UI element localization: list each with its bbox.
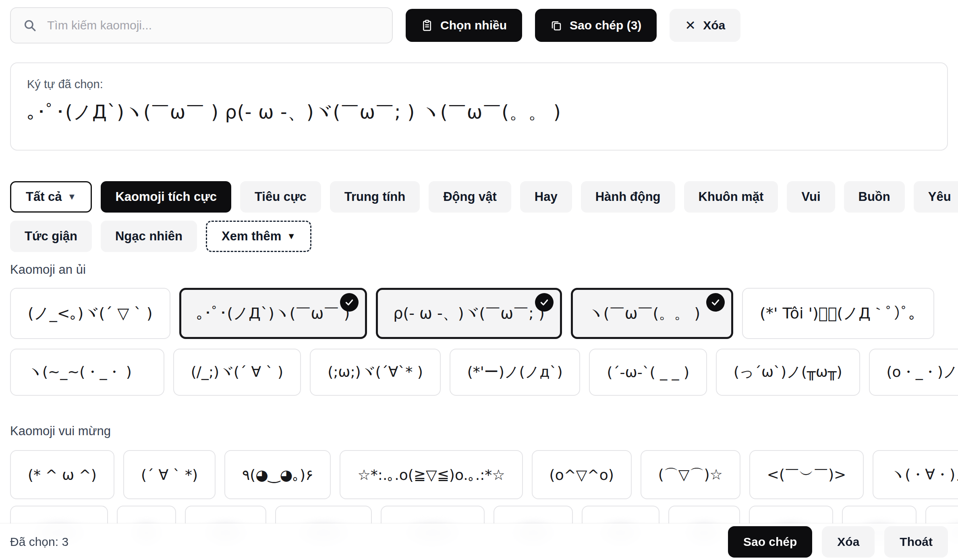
- selected-characters-label: Ký tự đã chọn:: [27, 78, 931, 91]
- filter-row-2: Tức giận Ngạc nhiên Xem thêm ▼: [10, 221, 948, 252]
- check-icon: [535, 293, 554, 312]
- filter-chip-actions[interactable]: Hành động: [581, 181, 675, 213]
- kaomoji-card-selected[interactable]: ヽ(￣ω￣(。。 )ゝ: [571, 288, 733, 339]
- kaomoji-card[interactable]: (っ´ω`)ノ(╥ω╥): [716, 349, 860, 396]
- filter-chip-angry[interactable]: Tức giận: [10, 221, 92, 252]
- kaomoji-card[interactable]: (⌒▽⌒)☆: [641, 450, 740, 499]
- filter-chip-sad[interactable]: Buồn: [844, 181, 905, 213]
- section-title-comfort: Kaomoji an ủi: [10, 262, 86, 277]
- filter-all-label: Tất cả: [26, 190, 62, 204]
- footer-clear-button[interactable]: Xóa: [822, 526, 875, 558]
- copy-label: Sao chép (3): [570, 19, 641, 32]
- filter-more-dropdown[interactable]: Xem thêm ▼: [206, 221, 311, 252]
- kaomoji-text: ヽ(￣ω￣(。。 )ゝ: [588, 303, 716, 324]
- search-input[interactable]: [46, 18, 380, 33]
- footer-copy-button[interactable]: Sao chép: [728, 526, 812, 558]
- filter-more-label: Xem thêm: [222, 229, 281, 244]
- footer-exit-button[interactable]: Thoát: [884, 526, 948, 558]
- kaomoji-card[interactable]: (ノ_<｡)ヾ(´ ▽ ` ): [10, 288, 170, 339]
- kaomoji-card[interactable]: ☆*:.｡.o(≧▽≦)o.｡.:*☆: [340, 450, 523, 499]
- toolbar: Chọn nhiều Sao chép (3) ✕ Xóa: [10, 7, 948, 43]
- filter-chip-positive[interactable]: Kaomoji tích cực: [101, 181, 231, 213]
- kaomoji-card[interactable]: (/_;)ヾ(´ ∀ ` ): [173, 349, 301, 396]
- kaomoji-text: ｡･ﾟ･(ノД`)ヽ(￣ω￣ ): [197, 303, 350, 324]
- filter-chip-cool[interactable]: Hay: [520, 181, 572, 213]
- chevron-down-icon: ▼: [287, 231, 296, 242]
- kaomoji-card[interactable]: ヽ(~_~(・_・ )ゝ: [10, 349, 164, 396]
- selected-count: Đã chọn: 3: [10, 535, 68, 549]
- kaomoji-card[interactable]: (o・_・)ノ"(ノ_<、): [869, 349, 958, 396]
- kaomoji-card[interactable]: (*'ー)ノ(ノд`): [450, 349, 581, 396]
- kaomoji-card-selected[interactable]: ｡･ﾟ･(ノД`)ヽ(￣ω￣ ): [179, 288, 367, 339]
- multi-select-label: Chọn nhiều: [440, 19, 507, 32]
- kaomoji-card[interactable]: (o^▽^o): [532, 450, 632, 499]
- chevron-down-icon: ▼: [68, 192, 77, 202]
- filter-chip-animals[interactable]: Động vật: [429, 181, 511, 213]
- kaomoji-text: ρ(- ω -、)ヾ(￣ω￣; ): [393, 303, 545, 324]
- clear-button[interactable]: ✕ Xóa: [670, 9, 740, 42]
- kaomoji-card[interactable]: ٩(◕‿◕｡)۶: [224, 450, 331, 499]
- comfort-cards-row-1: (ノ_<｡)ヾ(´ ▽ ` ) ｡･ﾟ･(ノД`)ヽ(￣ω￣ ) ρ(- ω -…: [10, 288, 948, 339]
- kaomoji-card-selected[interactable]: ρ(- ω -、)ヾ(￣ω￣; ): [376, 288, 562, 339]
- kaomoji-card[interactable]: ヽ(・∀・)ノ: [873, 450, 958, 499]
- comfort-cards-row-2: ヽ(~_~(・_・ )ゝ (/_;)ヾ(´ ∀ ` ) (;ω;)ヾ(´∀`* …: [10, 349, 948, 396]
- multi-select-button[interactable]: Chọn nhiều: [406, 9, 522, 42]
- copy-icon: [550, 19, 562, 31]
- kaomoji-card[interactable]: (;ω;)ヾ(´∀`* ): [310, 349, 441, 396]
- search-box[interactable]: [10, 7, 393, 43]
- filter-all-dropdown[interactable]: Tất cả ▼: [10, 181, 92, 213]
- section-title-joy: Kaomoji vui mừng: [10, 424, 111, 438]
- copy-button[interactable]: Sao chép (3): [535, 9, 657, 42]
- kaomoji-card[interactable]: (´ ∀ ` *): [123, 450, 216, 499]
- filter-chip-happy[interactable]: Vui: [787, 181, 835, 213]
- joy-cards-row: (* ^ ω ^) (´ ∀ ` *) ٩(◕‿◕｡)۶ ☆*:.｡.o(≧▽≦…: [10, 450, 948, 499]
- filter-chip-surprised[interactable]: Ngạc nhiên: [101, 221, 197, 252]
- kaomoji-card[interactable]: (´-ω-`( _ _ ): [589, 349, 707, 396]
- clipboard-icon: [421, 19, 433, 31]
- selected-characters-panel: Ký tự đã chọn: ｡･ﾟ･(ノД`)ヽ(￣ω￣ ) ρ(- ω -、…: [10, 62, 948, 151]
- footer-bar: Đã chọn: 3 Sao chép Xóa Thoát: [0, 523, 958, 560]
- kaomoji-card[interactable]: (*' Tôi ')ノﾟ(ノД｀ﾟ)ﾟ｡: [742, 288, 934, 339]
- kaomoji-card[interactable]: (* ^ ω ^): [10, 450, 114, 499]
- check-icon: [706, 293, 725, 312]
- filter-chip-faces[interactable]: Khuôn mặt: [684, 181, 778, 213]
- filter-chip-neutral[interactable]: Trung tính: [330, 181, 420, 213]
- footer-actions: Sao chép Xóa Thoát: [728, 526, 948, 558]
- clear-label: Xóa: [703, 19, 725, 32]
- close-icon: ✕: [685, 19, 696, 32]
- filter-row-1: Tất cả ▼ Kaomoji tích cực Tiêu cực Trung…: [10, 181, 948, 213]
- filter-chip-negative[interactable]: Tiêu cực: [240, 181, 321, 213]
- selected-characters-value: ｡･ﾟ･(ノД`)ヽ(￣ω￣ ) ρ(- ω -、)ヾ(￣ω￣; ) ヽ(￣ω￣…: [27, 100, 931, 125]
- check-icon: [340, 293, 359, 312]
- kaomoji-card[interactable]: <(￣︶￣)>: [749, 450, 864, 499]
- search-icon: [23, 19, 37, 32]
- filter-chip-love[interactable]: Yêu: [914, 181, 958, 213]
